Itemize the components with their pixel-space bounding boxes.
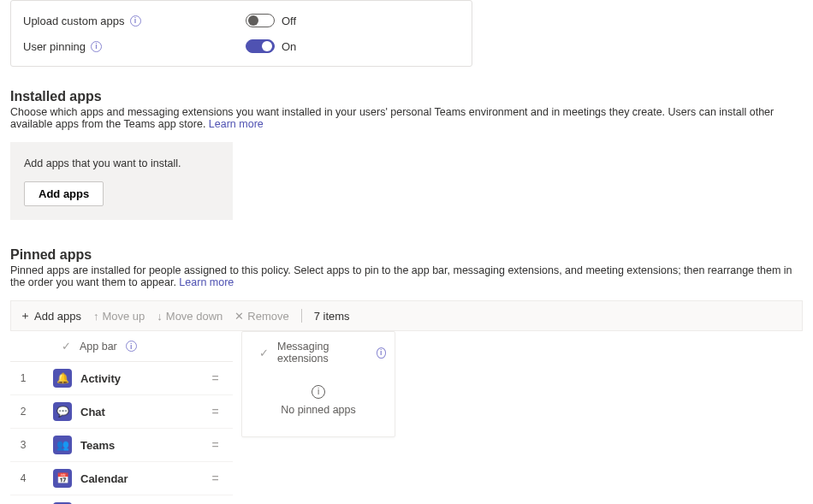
pinned-learn-more-link[interactable]: Learn more [179,276,234,288]
toolbar-divider [301,309,302,323]
app-name: Chat [80,406,105,418]
app-bar-header[interactable]: ✓ App bar i [10,331,233,362]
upload-custom-apps-label: Upload custom apps [23,15,125,27]
info-icon[interactable]: i [377,347,386,359]
user-pinning-toggle[interactable] [246,39,275,53]
row-index: 4 [10,472,36,484]
user-pinning-label: User pinning [23,40,86,53]
app-icon: 👥 [53,436,72,454]
app-icon: 📅 [53,469,72,488]
pinned-apps-lists: ✓ App bar i 1🔔Activity=2💬Chat=3👥Teams=4📅… [10,331,803,504]
info-icon[interactable]: i [91,41,102,52]
messaging-extensions-header[interactable]: ✓ Messaging extensions i [242,332,395,373]
arrow-up-icon: ↑ [93,310,99,323]
upload-custom-apps-toggle[interactable] [246,14,275,27]
upload-custom-apps-state: Off [282,15,296,27]
pinned-apps-toolbar: ＋ Add apps ↑ Move up ↓ Move down ✕ Remov… [10,300,803,331]
app-name: Calendar [80,472,128,485]
table-row[interactable]: 2💬Chat= [10,395,233,429]
move-down-command[interactable]: ↓ Move down [157,310,223,323]
table-row[interactable]: 4📅Calendar= [10,462,233,495]
drag-handle-icon[interactable]: = [207,471,224,485]
app-icon: 💬 [53,402,72,421]
drag-handle-icon[interactable]: = [207,438,224,452]
install-apps-box: Add apps that you want to install. Add a… [10,142,233,220]
pinned-apps-desc: Pinned apps are installed for people ass… [10,264,803,288]
app-icon: 🔔 [53,369,72,388]
row-index: 3 [10,439,36,451]
settings-panel: Upload custom apps i Off User pinning i … [10,0,472,67]
table-row[interactable]: 3👥Teams= [10,429,233,462]
table-row[interactable]: 1🔔Activity= [10,362,233,395]
app-bar-list: ✓ App bar i 1🔔Activity=2💬Chat=3👥Teams=4📅… [10,331,233,504]
pinned-apps-title: Pinned apps [10,247,803,263]
install-prompt: Add apps that you want to install. [24,157,219,169]
arrow-down-icon: ↓ [157,310,163,323]
check-icon: ✓ [62,340,71,353]
info-icon[interactable]: i [126,341,137,352]
item-count: 7 items [314,310,350,323]
app-name: Teams [80,439,115,452]
installed-apps-desc: Choose which apps and messaging extensio… [10,106,803,130]
add-apps-button[interactable]: Add apps [24,181,104,206]
plus-icon: ＋ [20,308,31,323]
check-icon: ✓ [259,347,269,359]
info-icon: i [312,385,325,399]
row-index: 2 [10,406,36,418]
info-icon[interactable]: i [130,15,141,27]
installed-apps-title: Installed apps [10,89,803,104]
app-name: Activity [80,372,121,385]
upload-custom-apps-row: Upload custom apps i Off [23,8,460,33]
drag-handle-icon[interactable]: = [207,405,224,418]
messaging-extensions-empty: i No pinned apps [242,373,395,436]
user-pinning-row: User pinning i On [23,33,460,59]
user-pinning-state: On [282,40,296,53]
remove-command[interactable]: ✕ Remove [234,310,288,323]
row-index: 1 [10,372,36,384]
drag-handle-icon[interactable]: = [207,371,224,385]
table-row[interactable]: 5📞Calling= [10,495,233,504]
add-apps-command[interactable]: ＋ Add apps [20,308,81,323]
messaging-extensions-list: ✓ Messaging extensions i i No pinned app… [241,331,395,437]
installed-learn-more-link[interactable]: Learn more [209,118,264,130]
close-icon: ✕ [234,310,244,323]
move-up-command[interactable]: ↑ Move up [93,310,145,323]
